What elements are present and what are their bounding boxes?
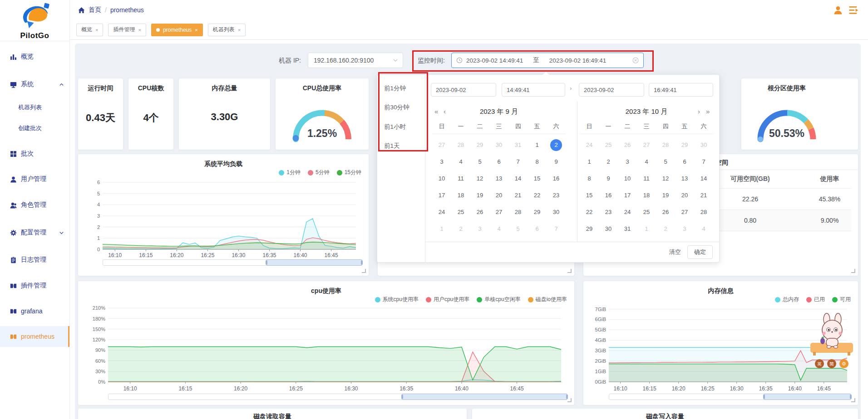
calendar-day[interactable]: 30: [694, 136, 713, 153]
datazoom-handle-left[interactable]: [401, 395, 403, 399]
calendar-day[interactable]: 26: [618, 136, 637, 153]
calendar-day[interactable]: 16: [599, 187, 618, 204]
calendar-day[interactable]: 8: [528, 153, 547, 170]
legend-item-总内存[interactable]: 总内存: [775, 296, 799, 303]
calendar-day[interactable]: 30: [489, 136, 508, 153]
quick-range-前1天[interactable]: 前1天: [384, 142, 400, 150]
calendar-day[interactable]: 11: [451, 170, 470, 187]
calendar-day[interactable]: 23: [547, 187, 566, 204]
calendar-day[interactable]: 7: [508, 153, 528, 170]
quick-range-前1小时[interactable]: 前1小时: [384, 123, 406, 131]
sidebar-item-grafana[interactable]: grafana: [0, 303, 69, 319]
calendar-day[interactable]: 29: [470, 136, 489, 153]
tab-概览[interactable]: 概览×: [76, 24, 103, 36]
calendar-day[interactable]: 1: [637, 220, 656, 237]
calendar-day[interactable]: 14: [508, 170, 528, 187]
calendar-day[interactable]: 2: [599, 153, 618, 170]
calendar-day[interactable]: 20: [675, 187, 694, 204]
calendar-day[interactable]: 19: [656, 187, 675, 204]
calendar-day[interactable]: 5: [508, 220, 528, 237]
sidebar-item-机器列表[interactable]: 机器列表: [0, 99, 69, 116]
sidebar-item-用户管理[interactable]: 用户管理: [0, 171, 69, 187]
sidebar-item-插件管理[interactable]: 插件管理: [0, 278, 69, 294]
calendar-day[interactable]: 31: [508, 136, 528, 153]
calendar-day[interactable]: 4: [637, 153, 656, 170]
confirm-button[interactable]: 确定: [687, 245, 713, 259]
legend-item-5分钟[interactable]: 5分钟: [308, 169, 330, 176]
quick-range-前30分钟[interactable]: 前30分钟: [384, 103, 409, 112]
datazoom-cpu[interactable]: [108, 394, 567, 400]
legend-item-磁盘io使用率[interactable]: 磁盘io使用率: [528, 296, 567, 303]
calendar-day[interactable]: 27: [432, 136, 451, 153]
calendar-day[interactable]: 6: [489, 153, 508, 170]
datazoom-window[interactable]: [266, 259, 362, 266]
datazoom-sysload[interactable]: [103, 259, 362, 266]
next-year-icon[interactable]: »: [706, 108, 710, 115]
clear-button[interactable]: 清空: [669, 248, 681, 256]
resize-handle-icon[interactable]: [567, 269, 572, 273]
calendar-day[interactable]: 28: [451, 136, 470, 153]
legend-item-用户cpu使用率[interactable]: 用户cpu使用率: [426, 296, 469, 303]
calendar-day[interactable]: 29: [580, 220, 599, 237]
calendar-day[interactable]: 1: [432, 220, 451, 237]
calendar-day[interactable]: 25: [599, 136, 618, 153]
calendar-day[interactable]: 15: [528, 170, 547, 187]
legend-item-1分钟[interactable]: 1分钟: [279, 169, 301, 176]
calendar-day[interactable]: 3: [618, 153, 637, 170]
calendar-day[interactable]: 18: [451, 187, 470, 204]
datazoom-handle-right[interactable]: [361, 260, 363, 265]
sidebar-item-系统[interactable]: 系统: [0, 76, 69, 93]
calendar-day[interactable]: 23: [599, 204, 618, 220]
calendar-day[interactable]: 26: [656, 204, 675, 220]
datazoom-handle-left[interactable]: [266, 260, 267, 265]
breadcrumb-home[interactable]: 首页: [89, 6, 101, 14]
calendar-day[interactable]: 25: [637, 204, 656, 220]
calendar-day[interactable]: 10: [618, 170, 637, 187]
tab-插件管理[interactable]: 插件管理×: [108, 24, 146, 36]
calendar-day[interactable]: 3: [432, 153, 451, 170]
calendar-day[interactable]: 12: [470, 170, 489, 187]
calendar-day[interactable]: 10: [432, 170, 451, 187]
calendar-day[interactable]: 3: [675, 220, 694, 237]
calendar-day[interactable]: 24: [618, 204, 637, 220]
resize-handle-icon[interactable]: [567, 398, 572, 402]
user-icon[interactable]: [833, 5, 843, 15]
calendar-day[interactable]: 15: [580, 187, 599, 204]
tab-机器列表[interactable]: 机器列表×: [208, 24, 246, 36]
end-date-input[interactable]: [579, 83, 644, 97]
calendar-day[interactable]: 28: [508, 204, 528, 220]
calendar-day[interactable]: 6: [675, 153, 694, 170]
calendar-day[interactable]: 22: [528, 187, 547, 204]
calendar-day[interactable]: 9: [599, 170, 618, 187]
calendar-day[interactable]: 4: [451, 153, 470, 170]
calendar-day[interactable]: 31: [618, 220, 637, 237]
legend-item-单核cpu空闲率[interactable]: 单核cpu空闲率: [477, 296, 520, 303]
calendar-day[interactable]: 12: [656, 170, 675, 187]
calendar-day[interactable]: 2: [656, 220, 675, 237]
start-date-input[interactable]: [431, 83, 496, 97]
calendar-day[interactable]: 13: [675, 170, 694, 187]
resize-handle-icon[interactable]: [851, 269, 855, 273]
calendar-day[interactable]: 21: [508, 187, 528, 204]
end-time-input[interactable]: [649, 83, 713, 97]
calendar-day[interactable]: 17: [618, 187, 637, 204]
calendar-day[interactable]: 16: [547, 170, 566, 187]
collapse-menu-icon[interactable]: [849, 6, 860, 15]
home-icon[interactable]: [78, 7, 85, 14]
quick-range-前1分钟[interactable]: 前1分钟: [384, 84, 406, 93]
sidebar-item-配置管理[interactable]: 配置管理: [0, 224, 69, 241]
calendar-day[interactable]: 2: [451, 220, 470, 237]
sidebar-item-角色管理[interactable]: 角色管理: [0, 197, 69, 213]
calendar-day[interactable]: 26: [470, 204, 489, 220]
calendar-day[interactable]: 21: [694, 187, 713, 204]
calendar-day[interactable]: 28: [656, 136, 675, 153]
tab-prometheus[interactable]: prometheus×: [151, 24, 203, 36]
machine-ip-select[interactable]: 192.168.160.20:9100: [308, 53, 403, 68]
calendar-day[interactable]: 1: [580, 153, 599, 170]
calendar-day[interactable]: 24: [580, 136, 599, 153]
calendar-day[interactable]: 11: [637, 170, 656, 187]
calendar-day[interactable]: 2: [547, 136, 566, 153]
datazoom-mem[interactable]: [609, 394, 851, 400]
calendar-day[interactable]: 4: [694, 220, 713, 237]
calendar-day[interactable]: 7: [547, 220, 566, 237]
